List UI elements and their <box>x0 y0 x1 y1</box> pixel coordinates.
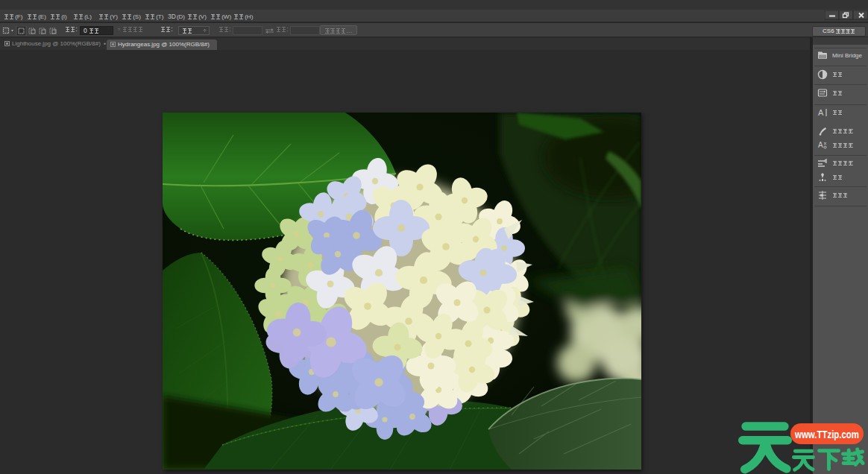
svg-text:A: A <box>818 141 823 149</box>
svg-text:A: A <box>818 108 824 117</box>
svg-text:www.TTzip.com: www.TTzip.com <box>794 429 859 440</box>
